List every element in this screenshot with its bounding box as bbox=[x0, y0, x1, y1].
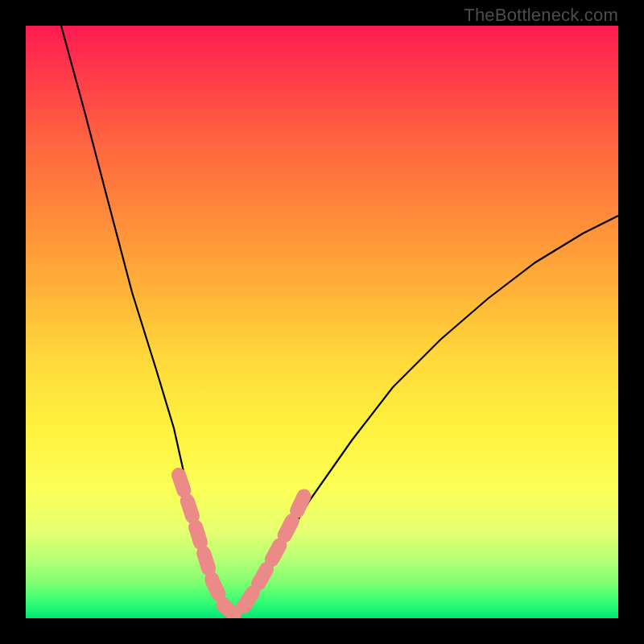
curve-layer bbox=[26, 26, 618, 618]
bottleneck-curve bbox=[61, 26, 618, 618]
chart-frame: TheBottleneck.com bbox=[0, 0, 644, 644]
plot-area bbox=[26, 26, 618, 618]
attribution-text: TheBottleneck.com bbox=[464, 5, 618, 26]
highlight-trough bbox=[179, 475, 308, 614]
